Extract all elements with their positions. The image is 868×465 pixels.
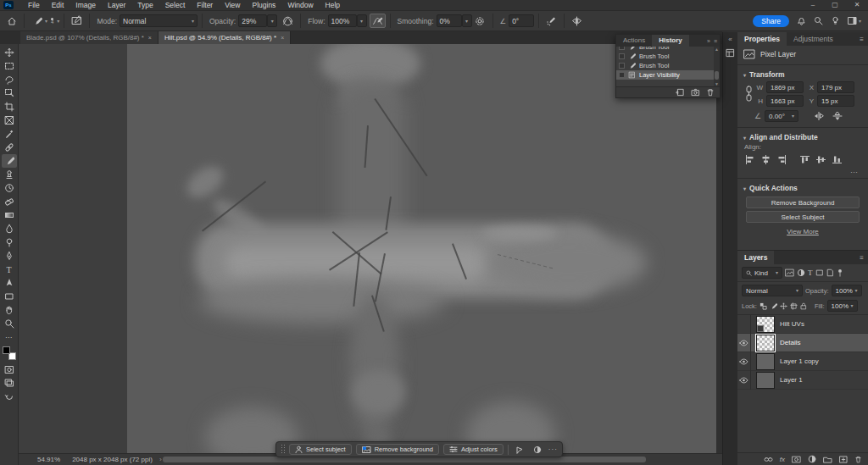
menu-item[interactable]: Layer — [102, 0, 131, 10]
width-input[interactable]: 1869 px — [766, 81, 804, 93]
rotate-angle-input[interactable]: 0.00° ▾ — [765, 110, 798, 122]
history-source-checkbox[interactable] — [619, 63, 625, 69]
history-source-checkbox[interactable] — [619, 72, 625, 78]
minimize-button[interactable]: – — [802, 0, 824, 10]
brush-tool[interactable] — [2, 154, 17, 168]
layer-thumbnail[interactable] — [756, 316, 775, 333]
filter-type-layers-icon[interactable]: T — [808, 268, 813, 277]
history-scrollbar[interactable]: ▲ ▼ — [714, 47, 720, 86]
eraser-tool[interactable] — [2, 195, 17, 208]
remove-background-qa-button[interactable]: Remove Background — [746, 197, 860, 208]
document-tab-blade[interactable]: Blade.psd @ 107% (Details, RGB/8#) * × — [20, 31, 159, 44]
layer-row-hilt-uvs[interactable]: Hilt UVs — [737, 315, 868, 334]
align-middle-vertical-icon[interactable] — [815, 154, 826, 164]
history-source-checkbox[interactable] — [619, 47, 625, 50]
chevron-down-icon[interactable]: ▾ — [45, 19, 47, 24]
move-tool[interactable] — [2, 46, 17, 59]
discover-bulb-icon[interactable] — [831, 16, 840, 25]
airbrush-icon[interactable] — [543, 14, 559, 28]
menu-item[interactable]: Select — [159, 0, 192, 10]
filter-smart-objects-icon[interactable] — [826, 268, 834, 277]
lock-all-icon[interactable] — [800, 302, 807, 310]
align-center-horizontal-icon[interactable] — [760, 154, 771, 164]
search-icon[interactable] — [814, 16, 823, 25]
vertical-scrollbar[interactable] — [716, 44, 722, 453]
tab-properties[interactable]: Properties — [737, 32, 787, 46]
brush-settings-panel-icon[interactable] — [69, 14, 85, 28]
chevron-down-icon[interactable]: ▾ — [57, 19, 59, 24]
smoothing-input[interactable]: 0% — [437, 14, 462, 27]
menu-item[interactable]: Help — [320, 0, 346, 10]
select-subject-button[interactable]: Select subject — [289, 444, 352, 455]
smoothing-dropdown[interactable]: ▾ — [462, 14, 472, 27]
x-input[interactable]: 179 px — [817, 81, 854, 93]
eyedropper-tool[interactable] — [2, 127, 17, 141]
zoom-level[interactable]: 54.91% — [37, 456, 60, 463]
align-more-icon[interactable]: ··· — [737, 168, 868, 176]
history-step-selected[interactable]: Layer Visibility — [616, 70, 714, 80]
history-step[interactable]: Brush Tool — [616, 61, 714, 70]
crop-tool[interactable] — [2, 100, 17, 113]
brush-preset-picker[interactable]: 4 — [51, 18, 53, 25]
layer-fill-input[interactable]: 100% ▾ — [827, 300, 858, 312]
tab-history[interactable]: History — [652, 35, 689, 47]
menu-item[interactable]: Edit — [46, 0, 70, 10]
lasso-tool[interactable] — [2, 73, 17, 86]
align-top-icon[interactable] — [799, 154, 810, 164]
brush-tool-preset-icon[interactable] — [29, 14, 45, 28]
history-scrollbar-thumb[interactable] — [715, 71, 719, 80]
edit-toolbar-icon[interactable]: ⋯ — [2, 330, 17, 344]
share-button[interactable]: Share — [753, 15, 789, 27]
scroll-up-icon[interactable]: ▲ — [715, 47, 719, 52]
lock-transparent-pixels-icon[interactable] — [760, 302, 767, 310]
dodge-tool[interactable] — [2, 235, 17, 249]
layer-row-layer1[interactable]: Layer 1 — [737, 371, 868, 390]
transform-section-header[interactable]: ▾ Transform — [737, 67, 868, 80]
new-group-folder-icon[interactable] — [823, 456, 832, 463]
tab-layers[interactable]: Layers — [737, 251, 774, 264]
quick-actions-header[interactable]: ▾ Quick Actions — [737, 180, 868, 194]
filter-shape-layers-icon[interactable] — [815, 268, 824, 277]
layer-opacity-input[interactable]: 100% ▾ — [832, 285, 862, 296]
layer-name[interactable]: Hilt UVs — [780, 320, 804, 328]
flow-dropdown[interactable]: ▾ — [357, 14, 367, 27]
maximize-button[interactable]: ▢ — [824, 0, 846, 10]
layer-thumbnail[interactable] — [756, 335, 775, 352]
screen-mode-icon[interactable] — [2, 376, 17, 390]
horizontal-scrollbar-thumb[interactable] — [163, 457, 646, 462]
filter-kind-select[interactable]: Kind ▾ — [742, 267, 782, 279]
menu-item[interactable]: Filter — [191, 0, 219, 10]
blend-mode-select[interactable]: Normal ▾ — [120, 14, 198, 27]
menu-item[interactable]: Plugins — [246, 0, 281, 10]
layer-row-layer1-copy[interactable]: Layer 1 copy — [737, 352, 868, 371]
history-source-checkbox[interactable] — [619, 53, 625, 59]
adjustment-presets-icon[interactable] — [531, 444, 544, 455]
align-bottom-icon[interactable] — [832, 154, 843, 164]
pen-tool[interactable] — [2, 249, 17, 263]
delete-layer-trash-icon[interactable] — [854, 456, 862, 463]
transform-image-icon[interactable] — [513, 444, 526, 455]
home-icon[interactable] — [3, 14, 19, 28]
new-document-from-state-icon[interactable] — [676, 88, 685, 97]
paint-symmetry-icon[interactable] — [569, 14, 585, 28]
y-input[interactable]: 15 px — [817, 95, 854, 107]
remove-background-button[interactable]: Remove background — [356, 444, 439, 455]
adjust-colors-button[interactable]: Adjust colors — [443, 444, 504, 455]
shape-tool[interactable] — [2, 290, 17, 303]
workspace-switcher-icon[interactable]: ▾ — [848, 16, 861, 25]
clone-stamp-tool[interactable] — [2, 168, 17, 181]
filter-pixel-layers-icon[interactable] — [785, 268, 794, 277]
history-brush-tool[interactable] — [2, 181, 17, 195]
panel-menu-icon[interactable]: ≡ — [860, 254, 864, 262]
new-snapshot-camera-icon[interactable] — [691, 88, 700, 97]
blur-tool[interactable] — [2, 222, 17, 235]
visibility-toggle[interactable] — [737, 334, 751, 352]
align-section-header[interactable]: ▾ Align and Distribute — [737, 130, 868, 143]
scroll-down-icon[interactable]: ▼ — [715, 81, 719, 86]
layer-name[interactable]: Details — [780, 339, 800, 346]
history-step[interactable]: Brush Tool — [616, 52, 714, 61]
pressure-size-icon[interactable] — [370, 14, 386, 28]
layer-name[interactable]: Layer 1 — [780, 376, 803, 384]
smoothing-options-gear-icon[interactable] — [472, 14, 488, 28]
add-layer-mask-icon[interactable] — [792, 456, 801, 463]
